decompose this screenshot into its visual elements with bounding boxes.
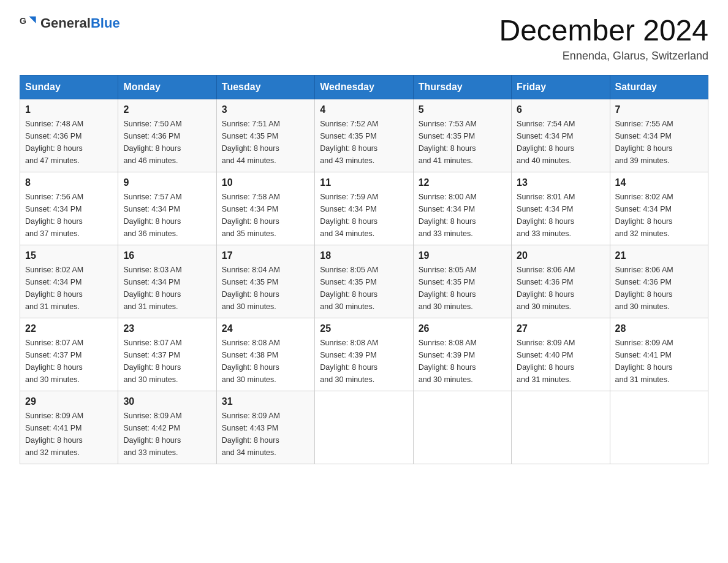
- calendar-week-row: 1 Sunrise: 7:48 AM Sunset: 4:36 PM Dayli…: [20, 99, 708, 172]
- day-info: Sunrise: 7:54 AM Sunset: 4:34 PM Dayligh…: [517, 118, 604, 167]
- calendar-cell: 16 Sunrise: 8:03 AM Sunset: 4:34 PM Dayl…: [118, 245, 216, 318]
- calendar-cell: 27 Sunrise: 8:09 AM Sunset: 4:40 PM Dayl…: [512, 318, 610, 391]
- day-number: 19: [419, 250, 506, 261]
- calendar-body: 1 Sunrise: 7:48 AM Sunset: 4:36 PM Dayli…: [20, 99, 708, 464]
- calendar-cell: 6 Sunrise: 7:54 AM Sunset: 4:34 PM Dayli…: [512, 99, 610, 172]
- day-info: Sunrise: 8:09 AM Sunset: 4:43 PM Dayligh…: [222, 410, 309, 459]
- day-number: 30: [123, 396, 211, 407]
- calendar-cell: 9 Sunrise: 7:57 AM Sunset: 4:34 PM Dayli…: [118, 172, 216, 245]
- header-row: Sunday Monday Tuesday Wednesday Thursday…: [20, 75, 708, 99]
- calendar-cell: 12 Sunrise: 8:00 AM Sunset: 4:34 PM Dayl…: [413, 172, 511, 245]
- day-info: Sunrise: 8:07 AM Sunset: 4:37 PM Dayligh…: [123, 337, 211, 386]
- calendar-cell: 4 Sunrise: 7:52 AM Sunset: 4:35 PM Dayli…: [315, 99, 413, 172]
- calendar-cell: 26 Sunrise: 8:08 AM Sunset: 4:39 PM Dayl…: [413, 318, 511, 391]
- calendar-cell: 31 Sunrise: 8:09 AM Sunset: 4:43 PM Dayl…: [216, 391, 314, 464]
- day-number: 10: [222, 177, 309, 188]
- col-friday: Friday: [512, 75, 610, 99]
- day-info: Sunrise: 7:48 AM Sunset: 4:36 PM Dayligh…: [25, 118, 113, 167]
- calendar-cell: 7 Sunrise: 7:55 AM Sunset: 4:34 PM Dayli…: [610, 99, 708, 172]
- day-info: Sunrise: 7:57 AM Sunset: 4:34 PM Dayligh…: [123, 191, 211, 240]
- day-info: Sunrise: 8:09 AM Sunset: 4:40 PM Dayligh…: [517, 337, 604, 386]
- day-info: Sunrise: 8:00 AM Sunset: 4:34 PM Dayligh…: [419, 191, 506, 240]
- col-wednesday: Wednesday: [315, 75, 413, 99]
- day-number: 23: [123, 323, 211, 334]
- svg-text:G: G: [20, 16, 26, 26]
- day-number: 25: [320, 323, 408, 334]
- logo-general-text: General: [40, 15, 91, 31]
- calendar-cell: [413, 391, 511, 464]
- calendar-cell: 14 Sunrise: 8:02 AM Sunset: 4:34 PM Dayl…: [610, 172, 708, 245]
- day-number: 15: [25, 250, 113, 261]
- day-info: Sunrise: 8:05 AM Sunset: 4:35 PM Dayligh…: [419, 264, 506, 313]
- day-number: 21: [615, 250, 703, 261]
- calendar-week-row: 29 Sunrise: 8:09 AM Sunset: 4:41 PM Dayl…: [20, 391, 708, 464]
- day-number: 28: [615, 323, 703, 334]
- day-info: Sunrise: 8:07 AM Sunset: 4:37 PM Dayligh…: [25, 337, 113, 386]
- day-info: Sunrise: 7:58 AM Sunset: 4:34 PM Dayligh…: [222, 191, 309, 240]
- day-number: 24: [222, 323, 309, 334]
- month-title: December 2024: [499, 15, 708, 47]
- calendar-cell: 30 Sunrise: 8:09 AM Sunset: 4:42 PM Dayl…: [118, 391, 216, 464]
- day-number: 9: [123, 177, 211, 188]
- day-number: 16: [123, 250, 211, 261]
- calendar-cell: 25 Sunrise: 8:08 AM Sunset: 4:39 PM Dayl…: [315, 318, 413, 391]
- calendar-week-row: 22 Sunrise: 8:07 AM Sunset: 4:37 PM Dayl…: [20, 318, 708, 391]
- day-info: Sunrise: 8:04 AM Sunset: 4:35 PM Dayligh…: [222, 264, 309, 313]
- calendar-cell: 2 Sunrise: 7:50 AM Sunset: 4:36 PM Dayli…: [118, 99, 216, 172]
- day-info: Sunrise: 8:08 AM Sunset: 4:38 PM Dayligh…: [222, 337, 309, 386]
- day-number: 26: [419, 323, 506, 334]
- day-number: 4: [320, 104, 408, 115]
- calendar-cell: 28 Sunrise: 8:09 AM Sunset: 4:41 PM Dayl…: [610, 318, 708, 391]
- day-number: 11: [320, 177, 408, 188]
- location-subtitle: Ennenda, Glarus, Switzerland: [499, 50, 708, 63]
- day-number: 13: [517, 177, 604, 188]
- day-info: Sunrise: 8:09 AM Sunset: 4:42 PM Dayligh…: [123, 410, 211, 459]
- day-info: Sunrise: 8:08 AM Sunset: 4:39 PM Dayligh…: [419, 337, 506, 386]
- calendar-cell: 19 Sunrise: 8:05 AM Sunset: 4:35 PM Dayl…: [413, 245, 511, 318]
- day-info: Sunrise: 7:53 AM Sunset: 4:35 PM Dayligh…: [419, 118, 506, 167]
- calendar-table: Sunday Monday Tuesday Wednesday Thursday…: [20, 75, 708, 464]
- calendar-cell: 10 Sunrise: 7:58 AM Sunset: 4:34 PM Dayl…: [216, 172, 314, 245]
- day-info: Sunrise: 7:52 AM Sunset: 4:35 PM Dayligh…: [320, 118, 408, 167]
- calendar-cell: 29 Sunrise: 8:09 AM Sunset: 4:41 PM Dayl…: [20, 391, 118, 464]
- calendar-cell: 17 Sunrise: 8:04 AM Sunset: 4:35 PM Dayl…: [216, 245, 314, 318]
- day-number: 5: [419, 104, 506, 115]
- day-info: Sunrise: 7:50 AM Sunset: 4:36 PM Dayligh…: [123, 118, 211, 167]
- col-thursday: Thursday: [413, 75, 511, 99]
- calendar-cell: [512, 391, 610, 464]
- day-info: Sunrise: 8:02 AM Sunset: 4:34 PM Dayligh…: [25, 264, 113, 313]
- col-saturday: Saturday: [610, 75, 708, 99]
- day-info: Sunrise: 8:08 AM Sunset: 4:39 PM Dayligh…: [320, 337, 408, 386]
- day-number: 29: [25, 396, 113, 407]
- title-area: December 2024 Ennenda, Glarus, Switzerla…: [499, 15, 708, 63]
- day-number: 1: [25, 104, 113, 115]
- day-info: Sunrise: 7:56 AM Sunset: 4:34 PM Dayligh…: [25, 191, 113, 240]
- day-info: Sunrise: 8:06 AM Sunset: 4:36 PM Dayligh…: [615, 264, 703, 313]
- day-info: Sunrise: 8:09 AM Sunset: 4:41 PM Dayligh…: [615, 337, 703, 386]
- day-number: 18: [320, 250, 408, 261]
- calendar-cell: 21 Sunrise: 8:06 AM Sunset: 4:36 PM Dayl…: [610, 245, 708, 318]
- day-info: Sunrise: 7:51 AM Sunset: 4:35 PM Dayligh…: [222, 118, 309, 167]
- day-number: 22: [25, 323, 113, 334]
- calendar-cell: 23 Sunrise: 8:07 AM Sunset: 4:37 PM Dayl…: [118, 318, 216, 391]
- calendar-cell: 22 Sunrise: 8:07 AM Sunset: 4:37 PM Dayl…: [20, 318, 118, 391]
- day-info: Sunrise: 8:05 AM Sunset: 4:35 PM Dayligh…: [320, 264, 408, 313]
- calendar-cell: 20 Sunrise: 8:06 AM Sunset: 4:36 PM Dayl…: [512, 245, 610, 318]
- day-number: 27: [517, 323, 604, 334]
- day-number: 14: [615, 177, 703, 188]
- day-number: 20: [517, 250, 604, 261]
- calendar-cell: 13 Sunrise: 8:01 AM Sunset: 4:34 PM Dayl…: [512, 172, 610, 245]
- day-number: 12: [419, 177, 506, 188]
- calendar-cell: 24 Sunrise: 8:08 AM Sunset: 4:38 PM Dayl…: [216, 318, 314, 391]
- day-info: Sunrise: 7:59 AM Sunset: 4:34 PM Dayligh…: [320, 191, 408, 240]
- logo-blue-text: Blue: [91, 15, 120, 31]
- calendar-cell: 18 Sunrise: 8:05 AM Sunset: 4:35 PM Dayl…: [315, 245, 413, 318]
- calendar-week-row: 8 Sunrise: 7:56 AM Sunset: 4:34 PM Dayli…: [20, 172, 708, 245]
- calendar-cell: [315, 391, 413, 464]
- calendar-cell: 8 Sunrise: 7:56 AM Sunset: 4:34 PM Dayli…: [20, 172, 118, 245]
- day-number: 17: [222, 250, 309, 261]
- calendar-header: Sunday Monday Tuesday Wednesday Thursday…: [20, 75, 708, 99]
- calendar-cell: 1 Sunrise: 7:48 AM Sunset: 4:36 PM Dayli…: [20, 99, 118, 172]
- day-number: 31: [222, 396, 309, 407]
- day-info: Sunrise: 7:55 AM Sunset: 4:34 PM Dayligh…: [615, 118, 703, 167]
